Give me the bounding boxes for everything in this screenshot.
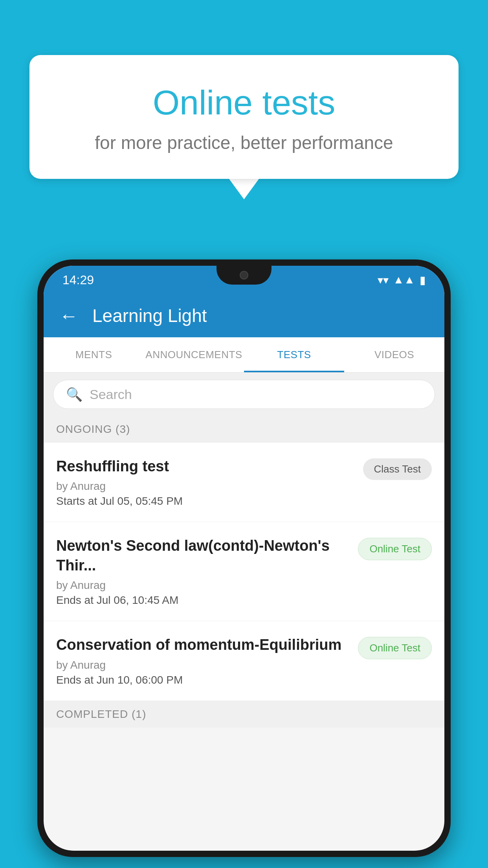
test-author: by Anurag	[56, 579, 349, 592]
notch	[216, 266, 272, 285]
test-author: by Anurag	[56, 480, 354, 493]
test-badge-online: Online Test	[358, 538, 432, 560]
test-name: Conservation of momentum-Equilibrium	[56, 635, 349, 655]
tab-tests[interactable]: TESTS	[244, 337, 344, 372]
test-item[interactable]: Conservation of momentum-Equilibrium by …	[44, 621, 444, 701]
test-badge-online-2: Online Test	[358, 637, 432, 659]
test-author: by Anurag	[56, 659, 349, 671]
test-date: Ends at Jun 10, 06:00 PM	[56, 674, 349, 686]
battery-icon: ▮	[420, 274, 426, 287]
back-button[interactable]: ←	[59, 305, 78, 327]
phone-body: 14:29 ▾▾ ▲▲ ▮ ← Learning Light MENTS ANN…	[37, 259, 451, 857]
tab-announcements[interactable]: ANNOUNCEMENTS	[144, 337, 244, 372]
speech-bubble: Online tests for more practice, better p…	[29, 55, 459, 179]
test-info: Reshuffling test by Anurag Starts at Jul…	[56, 457, 354, 508]
status-time: 14:29	[62, 273, 94, 287]
app-bar: ← Learning Light	[44, 294, 444, 337]
phone-container: 14:29 ▾▾ ▲▲ ▮ ← Learning Light MENTS ANN…	[37, 259, 451, 868]
tabs-bar: MENTS ANNOUNCEMENTS TESTS VIDEOS	[44, 337, 444, 373]
ongoing-section-header: ONGOING (3)	[44, 416, 444, 443]
status-icons: ▾▾ ▲▲ ▮	[378, 274, 426, 287]
app-title: Learning Light	[92, 305, 207, 326]
search-input-wrapper[interactable]: 🔍 Search	[53, 380, 435, 409]
speech-bubble-arrow	[229, 179, 259, 199]
camera	[240, 271, 248, 280]
test-name: Newton's Second law(contd)-Newton's Thir…	[56, 536, 349, 575]
search-container: 🔍 Search	[44, 373, 444, 416]
search-icon: 🔍	[66, 386, 83, 402]
completed-section-header: COMPLETED (1)	[44, 701, 444, 728]
speech-bubble-subtitle: for more practice, better performance	[61, 132, 427, 153]
test-info: Newton's Second law(contd)-Newton's Thir…	[56, 536, 349, 607]
status-bar: 14:29 ▾▾ ▲▲ ▮	[44, 266, 444, 294]
test-info: Conservation of momentum-Equilibrium by …	[56, 635, 349, 686]
test-item[interactable]: Newton's Second law(contd)-Newton's Thir…	[44, 522, 444, 621]
signal-icon: ▲▲	[393, 274, 415, 286]
speech-bubble-title: Online tests	[61, 83, 427, 123]
test-name: Reshuffling test	[56, 457, 354, 476]
test-list: Reshuffling test by Anurag Starts at Jul…	[44, 443, 444, 701]
test-item[interactable]: Reshuffling test by Anurag Starts at Jul…	[44, 443, 444, 522]
wifi-icon: ▾▾	[378, 274, 389, 287]
search-input[interactable]: Search	[90, 387, 132, 402]
tab-videos[interactable]: VIDEOS	[344, 337, 444, 372]
test-date: Ends at Jul 06, 10:45 AM	[56, 594, 349, 607]
speech-bubble-container: Online tests for more practice, better p…	[29, 55, 459, 199]
test-date: Starts at Jul 05, 05:45 PM	[56, 495, 354, 508]
phone-screen: 14:29 ▾▾ ▲▲ ▮ ← Learning Light MENTS ANN…	[44, 266, 444, 851]
tab-ments[interactable]: MENTS	[44, 337, 144, 372]
test-badge-class: Class Test	[363, 458, 432, 480]
